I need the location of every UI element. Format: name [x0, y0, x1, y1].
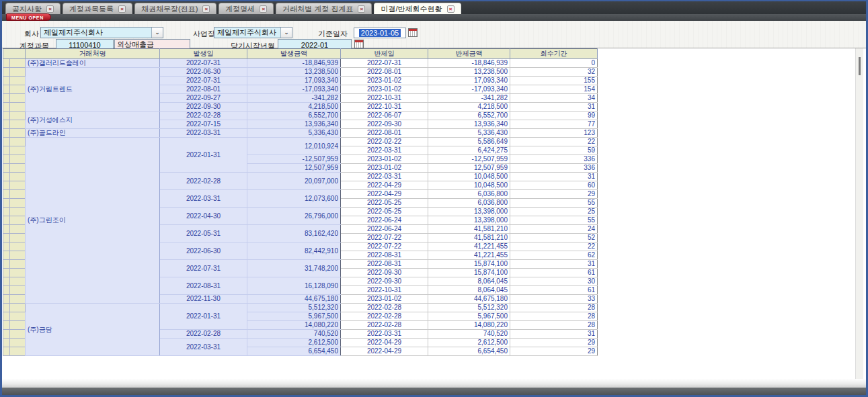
tab[interactable]: 공지사항× [5, 3, 61, 14]
repayment-date-cell[interactable]: 2022-10-31 [341, 286, 428, 295]
row-indicator-cell[interactable] [3, 304, 10, 312]
occurrence-amount-cell[interactable]: 82,442,910 [247, 242, 341, 260]
occurrence-amount-cell[interactable]: 13,238,500 [247, 68, 341, 77]
row-indicator-cell[interactable] [10, 77, 26, 85]
occurrence-date-cell[interactable]: 2022-09-27 [160, 94, 247, 103]
repayment-amount-cell[interactable]: 13,398,000 [428, 208, 510, 216]
repayment-date-cell[interactable]: 2022-06-24 [341, 225, 428, 234]
row-indicator-cell[interactable] [10, 234, 26, 242]
occurrence-amount-cell[interactable]: -18,846,939 [247, 59, 341, 68]
occurrence-amount-cell[interactable]: 44,675,180 [247, 295, 341, 304]
close-icon[interactable]: × [358, 5, 365, 13]
row-indicator-cell[interactable] [10, 251, 26, 260]
collection-days-cell[interactable]: 25 [510, 208, 598, 216]
repayment-amount-cell[interactable]: 4,218,500 [428, 103, 510, 112]
occurrence-date-cell[interactable]: 2022-01-31 [160, 304, 247, 330]
base-date-calendar-icon[interactable] [408, 28, 418, 37]
row-indicator-cell[interactable] [10, 94, 26, 103]
site-select[interactable]: 제일제지주식회사 ⌄ [214, 27, 292, 38]
occurrence-date-cell[interactable]: 2022-03-31 [160, 129, 247, 138]
row-indicator-cell[interactable] [3, 190, 10, 199]
repayment-amount-cell[interactable]: 15,874,100 [428, 260, 510, 269]
close-icon[interactable]: × [447, 5, 455, 13]
row-indicator-cell[interactable] [3, 138, 10, 146]
scrollbar-thumb[interactable] [859, 57, 861, 75]
collection-days-cell[interactable]: 0 [510, 59, 598, 68]
repayment-amount-cell[interactable]: 740,520 [428, 330, 510, 339]
repayment-date-cell[interactable]: 2022-02-22 [341, 138, 428, 146]
repayment-date-cell[interactable]: 2022-09-30 [341, 277, 428, 286]
repayment-date-cell[interactable]: 2022-07-22 [341, 234, 428, 242]
repayment-amount-cell[interactable]: 8,064,045 [428, 286, 510, 295]
occurrence-amount-cell[interactable]: 6,654,450 [247, 347, 341, 356]
row-indicator-cell[interactable] [10, 129, 26, 138]
repayment-amount-cell[interactable]: -12,507,959 [428, 155, 510, 164]
repayment-amount-cell[interactable]: 13,936,340 [428, 120, 510, 129]
repayment-amount-cell[interactable]: 41,221,455 [428, 251, 510, 260]
row-indicator-cell[interactable] [10, 225, 26, 234]
occurrence-date-cell[interactable]: 2022-07-31 [160, 59, 247, 68]
vertical-scrollbar[interactable] [855, 48, 863, 379]
repayment-amount-cell[interactable]: 12,507,959 [428, 164, 510, 173]
tab[interactable]: 계정과목등록× [63, 3, 132, 14]
occurrence-amount-cell[interactable]: 12,507,959 [247, 164, 341, 173]
repayment-date-cell[interactable]: 2022-10-31 [341, 94, 428, 103]
repayment-date-cell[interactable]: 2023-01-02 [341, 77, 428, 85]
occurrence-amount-cell[interactable]: 740,520 [247, 330, 341, 339]
base-date-input[interactable]: 2023-01-05 [354, 28, 406, 38]
collection-days-cell[interactable]: 33 [510, 295, 598, 304]
row-indicator-cell[interactable] [10, 242, 26, 251]
row-indicator-cell[interactable] [3, 199, 10, 208]
company-select[interactable]: 제일제지주식회사 ⌄ [40, 27, 163, 38]
collection-days-cell[interactable]: 22 [510, 138, 598, 146]
occurrence-amount-cell[interactable]: 31,748,200 [247, 260, 341, 277]
row-indicator-cell[interactable] [10, 155, 26, 164]
row-indicator-cell[interactable] [10, 330, 26, 339]
vendor-name-cell[interactable]: (주)거림트렌드 [26, 68, 160, 112]
vendor-name-cell[interactable]: (주)거성에스지 [26, 112, 160, 129]
row-indicator-cell[interactable] [10, 347, 26, 356]
collection-days-cell[interactable]: 24 [510, 225, 598, 234]
occurrence-date-cell[interactable]: 2022-07-15 [160, 120, 247, 129]
row-indicator-cell[interactable] [3, 339, 10, 347]
repayment-date-cell[interactable]: 2022-08-01 [341, 129, 428, 138]
collection-days-cell[interactable]: 336 [510, 164, 598, 173]
repayment-date-cell[interactable]: 2022-07-31 [341, 59, 428, 68]
repayment-amount-cell[interactable]: 6,036,800 [428, 190, 510, 199]
vendor-name-cell[interactable]: (주)골드라인 [26, 129, 160, 138]
row-indicator-cell[interactable] [10, 146, 26, 155]
repayment-amount-cell[interactable]: 5,586,649 [428, 138, 510, 146]
collection-days-cell[interactable]: 99 [510, 112, 598, 120]
repayment-date-cell[interactable]: 2022-02-28 [341, 312, 428, 321]
chevron-down-icon[interactable]: ⌄ [280, 28, 292, 38]
repayment-date-cell[interactable]: 2022-04-29 [341, 347, 428, 356]
row-indicator-cell[interactable] [10, 286, 26, 295]
row-indicator-cell[interactable] [3, 225, 10, 234]
repayment-amount-cell[interactable]: 10,048,500 [428, 173, 510, 181]
repayment-amount-cell[interactable]: 13,238,500 [428, 68, 510, 77]
row-indicator-cell[interactable] [3, 277, 10, 286]
occurrence-date-cell[interactable]: 2022-08-31 [160, 277, 247, 295]
row-indicator-cell[interactable] [3, 321, 10, 330]
repayment-date-cell[interactable]: 2022-02-28 [341, 321, 428, 330]
repayment-date-cell[interactable]: 2023-01-02 [341, 164, 428, 173]
occurrence-amount-cell[interactable]: 26,796,000 [247, 208, 341, 225]
repayment-amount-cell[interactable]: 2,612,500 [428, 339, 510, 347]
occurrence-amount-cell[interactable]: -341,282 [247, 94, 341, 103]
row-indicator-cell[interactable] [10, 120, 26, 129]
row-indicator-cell[interactable] [10, 68, 26, 77]
row-indicator-cell[interactable] [10, 85, 26, 94]
repayment-date-cell[interactable]: 2022-09-30 [341, 269, 428, 277]
row-indicator-cell[interactable] [3, 242, 10, 251]
row-indicator-cell[interactable] [3, 173, 10, 181]
collection-days-cell[interactable]: 32 [510, 68, 598, 77]
collection-days-cell[interactable]: 31 [510, 330, 598, 339]
row-indicator-cell[interactable] [10, 295, 26, 304]
collection-days-cell[interactable]: 34 [510, 94, 598, 103]
repayment-amount-cell[interactable]: -17,093,340 [428, 85, 510, 94]
repayment-date-cell[interactable]: 2022-04-29 [341, 181, 428, 190]
repayment-date-cell[interactable]: 2022-02-28 [341, 304, 428, 312]
period-calendar-icon[interactable] [354, 40, 364, 48]
repayment-amount-cell[interactable]: 10,048,500 [428, 181, 510, 190]
occurrence-amount-cell[interactable]: 12,010,924 [247, 138, 341, 155]
